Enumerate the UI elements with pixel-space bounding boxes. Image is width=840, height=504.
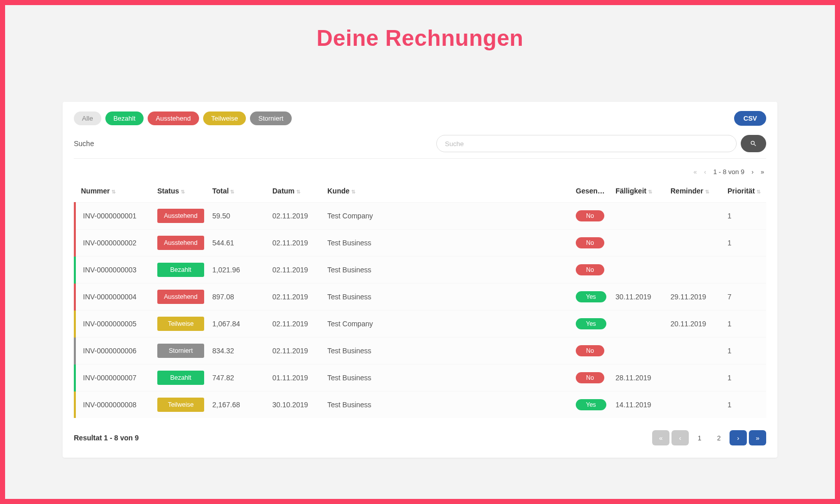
filter-ausstehend[interactable]: Ausstehend <box>148 111 199 125</box>
cell-status: Bezahlt <box>151 365 206 391</box>
pager-last-button[interactable]: » <box>749 430 766 445</box>
col-kunde[interactable]: Kunde⇅ <box>321 182 570 203</box>
cell-status: Teilweise <box>151 391 206 418</box>
search-button[interactable] <box>741 135 766 152</box>
table-row[interactable]: INV-0000000003Bezahlt1,021.9602.11.2019T… <box>75 257 766 284</box>
sort-icon: ⇅ <box>757 189 761 194</box>
cell-nummer: INV-0000000005 <box>75 311 151 338</box>
cell-nummer: INV-0000000002 <box>75 230 151 257</box>
cell-reminder <box>664 203 721 230</box>
filter-bezahlt[interactable]: Bezahlt <box>105 111 144 125</box>
col-nummer[interactable]: Nummer⇅ <box>75 182 151 203</box>
search-input[interactable] <box>436 135 737 152</box>
cell-total: 897.08 <box>206 284 266 311</box>
cell-faelligkeit <box>609 338 664 365</box>
cell-faelligkeit <box>609 230 664 257</box>
cell-datum: 02.11.2019 <box>266 338 321 365</box>
cell-nummer: INV-0000000003 <box>75 257 151 284</box>
cell-faelligkeit: 28.11.2019 <box>609 365 664 391</box>
page-title: Deine Rechnungen <box>5 25 835 51</box>
pager-first-icon[interactable]: « <box>693 169 697 176</box>
cell-prioritaet: 1 <box>721 338 766 365</box>
table-row[interactable]: INV-0000000007Bezahlt747.8201.11.2019Tes… <box>75 365 766 391</box>
cell-total: 544.61 <box>206 230 266 257</box>
cell-gesendet: No <box>570 230 609 257</box>
cell-faelligkeit <box>609 311 664 338</box>
cell-faelligkeit <box>609 203 664 230</box>
sort-icon: ⇅ <box>705 189 709 194</box>
sent-badge: Yes <box>576 318 606 329</box>
cell-reminder <box>664 391 721 418</box>
cell-datum: 02.11.2019 <box>266 203 321 230</box>
cell-kunde: Test Business <box>321 284 570 311</box>
table-row[interactable]: INV-0000000002Ausstehend544.6102.11.2019… <box>75 230 766 257</box>
table-row[interactable]: INV-0000000001Ausstehend59.5002.11.2019T… <box>75 203 766 230</box>
col-prioritaet[interactable]: Priorität⇅ <box>721 182 766 203</box>
cell-nummer: INV-0000000008 <box>75 391 151 418</box>
cell-total: 747.82 <box>206 365 266 391</box>
cell-status: Bezahlt <box>151 257 206 284</box>
invoices-card: AlleBezahltAusstehendTeilweiseStorniert … <box>63 102 777 458</box>
cell-gesendet: No <box>570 338 609 365</box>
cell-nummer: INV-0000000001 <box>75 203 151 230</box>
search-label: Suche <box>74 139 94 148</box>
cell-gesendet: Yes <box>570 284 609 311</box>
pager-top: « ‹ 1 - 8 von 9 › » <box>74 159 766 182</box>
status-badge: Teilweise <box>157 398 204 412</box>
col-gesendet[interactable]: Gesen… <box>570 182 609 203</box>
status-badge: Ausstehend <box>157 209 204 223</box>
sent-badge: Yes <box>576 291 606 302</box>
sent-badge: No <box>576 237 604 248</box>
cell-nummer: INV-0000000007 <box>75 365 151 391</box>
filter-storniert[interactable]: Storniert <box>250 111 291 125</box>
sort-icon: ⇅ <box>351 189 355 194</box>
cell-datum: 01.11.2019 <box>266 365 321 391</box>
cell-status: Ausstehend <box>151 203 206 230</box>
cell-prioritaet: 1 <box>721 391 766 418</box>
status-badge: Storniert <box>157 344 204 358</box>
pager-first-button[interactable]: « <box>652 430 669 445</box>
pager-prev-icon[interactable]: ‹ <box>704 169 706 176</box>
table-row[interactable]: INV-0000000005Teilweise1,067.8402.11.201… <box>75 311 766 338</box>
status-filter-group: AlleBezahltAusstehendTeilweiseStorniert <box>74 111 292 125</box>
filter-alle[interactable]: Alle <box>74 111 101 125</box>
cell-status: Storniert <box>151 338 206 365</box>
col-reminder[interactable]: Reminder⇅ <box>664 182 721 203</box>
table-row[interactable]: INV-0000000008Teilweise2,167.6830.10.201… <box>75 391 766 418</box>
pager-page-current[interactable]: 1 <box>691 430 708 445</box>
cell-kunde: Test Business <box>321 391 570 418</box>
cell-reminder: 29.11.2019 <box>664 284 721 311</box>
col-datum[interactable]: Datum⇅ <box>266 182 321 203</box>
cell-gesendet: No <box>570 257 609 284</box>
export-csv-button[interactable]: CSV <box>734 111 766 126</box>
cell-prioritaet: 1 <box>721 365 766 391</box>
pager-next-icon[interactable]: › <box>751 169 753 176</box>
col-status[interactable]: Status⇅ <box>151 182 206 203</box>
result-summary: Resultat 1 - 8 von 9 <box>74 434 139 442</box>
pager-next-button[interactable]: › <box>730 430 747 445</box>
cell-reminder <box>664 338 721 365</box>
cell-prioritaet <box>721 257 766 284</box>
cell-datum: 02.11.2019 <box>266 311 321 338</box>
table-row[interactable]: INV-0000000006Storniert834.3202.11.2019T… <box>75 338 766 365</box>
sort-icon: ⇅ <box>648 189 652 194</box>
cell-datum: 02.11.2019 <box>266 230 321 257</box>
table-row[interactable]: INV-0000000004Ausstehend897.0802.11.2019… <box>75 284 766 311</box>
pager-last-icon[interactable]: » <box>761 169 764 176</box>
cell-nummer: INV-0000000006 <box>75 338 151 365</box>
cell-faelligkeit <box>609 257 664 284</box>
col-faelligkeit[interactable]: Fälligkeit⇅ <box>609 182 664 203</box>
pager-page-2[interactable]: 2 <box>710 430 727 445</box>
sent-badge: No <box>576 264 604 275</box>
col-total[interactable]: Total⇅ <box>206 182 266 203</box>
pager-prev-button[interactable]: ‹ <box>671 430 689 445</box>
cell-kunde: Test Business <box>321 338 570 365</box>
cell-gesendet: Yes <box>570 311 609 338</box>
cell-reminder <box>664 230 721 257</box>
filter-teilweise[interactable]: Teilweise <box>203 111 246 125</box>
cell-status: Ausstehend <box>151 230 206 257</box>
sent-badge: No <box>576 372 604 383</box>
pager-bottom: « ‹ 1 2 › » <box>652 430 766 445</box>
sort-icon: ⇅ <box>230 189 234 194</box>
cell-reminder: 20.11.2019 <box>664 311 721 338</box>
